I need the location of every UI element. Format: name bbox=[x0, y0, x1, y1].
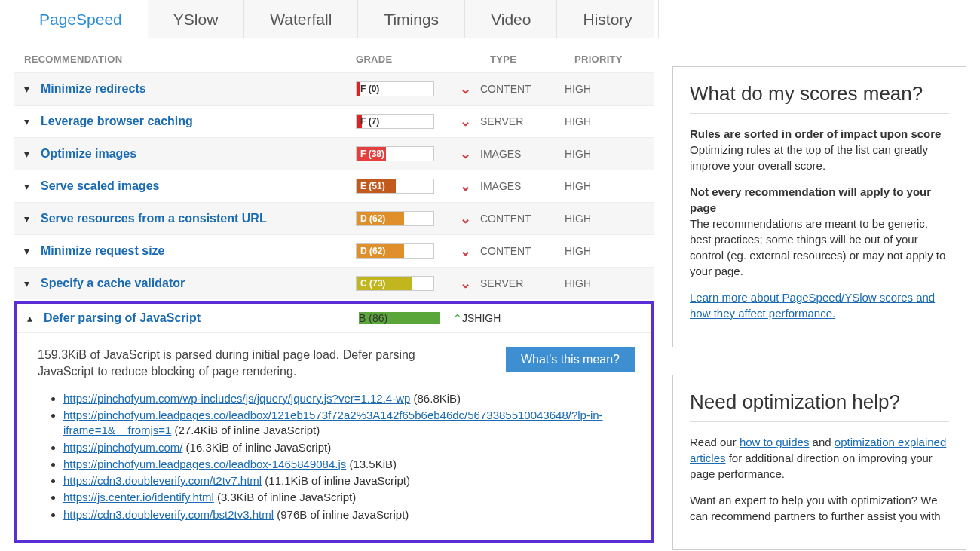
sidebar: What do my scores mean? Rules are sorted… bbox=[672, 0, 966, 551]
panel-text: Read our how to guides and optimization … bbox=[690, 434, 949, 482]
rule-type: IMAGES bbox=[480, 148, 565, 160]
main-content: PageSpeedYSlowWaterfallTimingsVideoHisto… bbox=[14, 0, 654, 551]
tab-yslow[interactable]: YSlow bbox=[148, 0, 245, 38]
rule-name[interactable]: Minimize request size bbox=[41, 244, 356, 258]
resource-size: (3.3KiB of inline JavaScript) bbox=[217, 491, 356, 504]
tab-video[interactable]: Video bbox=[465, 0, 557, 38]
resource-link[interactable]: https://pinchofyum.leadpages.co/leadbox/… bbox=[63, 409, 603, 436]
guides-link[interactable]: how to guides bbox=[740, 436, 810, 448]
grade-bar: C (73) bbox=[356, 276, 434, 291]
rule-type: SERVER bbox=[480, 277, 565, 289]
grade-bar: D (62) bbox=[356, 243, 434, 259]
collapse-icon[interactable]: ▴ bbox=[27, 312, 44, 324]
rule-row[interactable]: ▾Specify a cache validatorC (73)⌄SERVERH… bbox=[14, 267, 654, 299]
rule-name[interactable]: Serve scaled images bbox=[41, 179, 356, 193]
resource-item: https://pinchofyum.leadpages.co/leadbox-… bbox=[63, 457, 630, 472]
expanded-rule: ▴ Defer parsing of JavaScript B (86) ⌃ J… bbox=[14, 301, 654, 543]
resource-item: https://cdn3.doubleverify.com/bst2tv3.ht… bbox=[63, 507, 630, 522]
grade-bar: F (0) bbox=[356, 81, 434, 96]
learn-more-link[interactable]: Learn more about PageSpeed/YSlow scores … bbox=[690, 291, 935, 320]
rule-row[interactable]: ▾Minimize redirectsF (0)⌄CONTENTHIGH bbox=[14, 72, 654, 105]
rule-priority: HIGH bbox=[565, 148, 625, 160]
arrow-down-icon: ⌄ bbox=[450, 210, 480, 227]
tab-timings[interactable]: Timings bbox=[358, 0, 465, 38]
rule-type: JS bbox=[462, 312, 474, 324]
rule-name[interactable]: Optimize images bbox=[41, 147, 356, 161]
rule-priority: HIGH bbox=[565, 180, 625, 192]
tab-waterfall[interactable]: Waterfall bbox=[244, 0, 358, 38]
grade-label: F (7) bbox=[360, 116, 379, 127]
rules-list: ▾Minimize redirectsF (0)⌄CONTENTHIGH▾Lev… bbox=[14, 72, 654, 299]
rule-type: IMAGES bbox=[480, 180, 565, 192]
rule-type: SERVER bbox=[480, 115, 565, 127]
expand-icon[interactable]: ▾ bbox=[24, 180, 41, 192]
arrow-down-icon: ⌄ bbox=[450, 275, 480, 292]
whats-this-button[interactable]: What's this mean? bbox=[506, 347, 635, 372]
grade-label: D (62) bbox=[360, 213, 385, 224]
panel-bold: Not every recommendation will apply to y… bbox=[690, 185, 931, 214]
rule-priority: HIGH bbox=[565, 213, 625, 225]
grade-label: B (86) bbox=[359, 312, 387, 324]
resource-list: https://pinchofyum.com/wp-includes/js/jq… bbox=[38, 391, 630, 522]
resource-size: (27.4KiB of inline JavaScript) bbox=[175, 424, 320, 436]
rule-row[interactable]: ▾Minimize request sizeD (62)⌄CONTENTHIGH bbox=[14, 234, 654, 267]
expand-icon[interactable]: ▾ bbox=[24, 115, 41, 127]
resource-link[interactable]: https://js.center.io/identify.html bbox=[63, 491, 214, 504]
header-recommendation: RECOMMENDATION bbox=[24, 54, 356, 65]
resource-size: (11.1KiB of inline JavaScript) bbox=[265, 474, 410, 487]
rule-name[interactable]: Leverage browser caching bbox=[41, 115, 356, 128]
resource-size: (13.5KiB) bbox=[349, 458, 397, 470]
resource-link[interactable]: https://cdn3.doubleverify.com/bst2tv3.ht… bbox=[63, 508, 274, 521]
rule-description: 159.3KiB of JavaScript is parsed during … bbox=[38, 347, 460, 381]
grade-bar: F (38) bbox=[356, 146, 434, 161]
arrow-down-icon: ⌄ bbox=[450, 243, 480, 259]
rule-priority: HIGH bbox=[565, 115, 625, 127]
resource-link[interactable]: https://pinchofyum.com/ bbox=[63, 441, 182, 454]
rule-row[interactable]: ▾Optimize imagesF (38)⌄IMAGESHIGH bbox=[14, 137, 654, 170]
expand-icon[interactable]: ▾ bbox=[24, 148, 41, 160]
rule-type: CONTENT bbox=[480, 245, 565, 257]
grade-label: D (62) bbox=[360, 246, 385, 256]
arrow-down-icon: ⌄ bbox=[450, 81, 480, 97]
rule-type: CONTENT bbox=[480, 83, 565, 95]
resource-link[interactable]: https://cdn3.doubleverify.com/t2tv7.html bbox=[63, 474, 262, 487]
rule-name[interactable]: Minimize redirects bbox=[41, 82, 356, 96]
expand-icon[interactable]: ▾ bbox=[24, 277, 41, 289]
panel-bold: Rules are sorted in order of impact upon… bbox=[690, 127, 941, 140]
resource-size: (976B of inline JavaScript) bbox=[277, 508, 409, 521]
grade-bar: D (62) bbox=[356, 211, 434, 226]
resource-link[interactable]: https://pinchofyum.com/wp-includes/js/jq… bbox=[63, 392, 410, 405]
header-type: TYPE bbox=[490, 54, 574, 65]
rule-row[interactable]: ▾Leverage browser cachingF (7)⌄SERVERHIG… bbox=[14, 105, 654, 137]
expand-icon[interactable]: ▾ bbox=[24, 213, 41, 225]
header-grade: GRADE bbox=[356, 54, 490, 65]
panel-text: Want an expert to help you with optimiza… bbox=[690, 492, 949, 524]
rule-row[interactable]: ▾Serve resources from a consistent URLD … bbox=[14, 202, 654, 234]
panel-text: The recommendations are meant to be gene… bbox=[690, 217, 945, 277]
header-priority: PRIORITY bbox=[574, 54, 635, 65]
resource-item: https://pinchofyum.leadpages.co/leadbox/… bbox=[63, 408, 630, 439]
tab-history[interactable]: History bbox=[557, 0, 658, 38]
resource-link[interactable]: https://pinchofyum.leadpages.co/leadbox-… bbox=[63, 458, 346, 470]
rule-name[interactable]: Serve resources from a consistent URL bbox=[41, 212, 356, 225]
expand-icon[interactable]: ▾ bbox=[24, 245, 41, 257]
rule-priority: HIGH bbox=[565, 277, 625, 289]
table-header: RECOMMENDATION GRADE TYPE PRIORITY bbox=[14, 38, 654, 72]
tab-pagespeed[interactable]: PageSpeed bbox=[14, 0, 148, 38]
grade-bar: F (7) bbox=[356, 114, 434, 129]
resource-size: (86.8KiB) bbox=[414, 392, 461, 405]
rule-row[interactable]: ▾Serve scaled imagesE (51)⌄IMAGESHIGH bbox=[14, 170, 654, 202]
grade-label: F (0) bbox=[360, 84, 379, 94]
rule-name[interactable]: Defer parsing of JavaScript bbox=[44, 311, 359, 325]
panel-title: Need optimization help? bbox=[690, 390, 949, 422]
expand-icon[interactable]: ▾ bbox=[24, 83, 41, 95]
resource-size: (16.3KiB of inline JavaScript) bbox=[186, 441, 332, 454]
rule-priority: HIGH bbox=[565, 245, 625, 257]
tabs: PageSpeedYSlowWaterfallTimingsVideoHisto… bbox=[14, 0, 654, 38]
panel-title: What do my scores mean? bbox=[690, 82, 949, 114]
rule-name[interactable]: Specify a cache validator bbox=[41, 277, 356, 290]
resource-item: https://pinchofyum.com/ (16.3KiB of inli… bbox=[63, 440, 630, 455]
resource-item: https://cdn3.doubleverify.com/t2tv7.html… bbox=[63, 473, 630, 488]
help-panel: Need optimization help? Read our how to … bbox=[672, 375, 966, 550]
rule-priority: HIGH bbox=[565, 83, 625, 95]
